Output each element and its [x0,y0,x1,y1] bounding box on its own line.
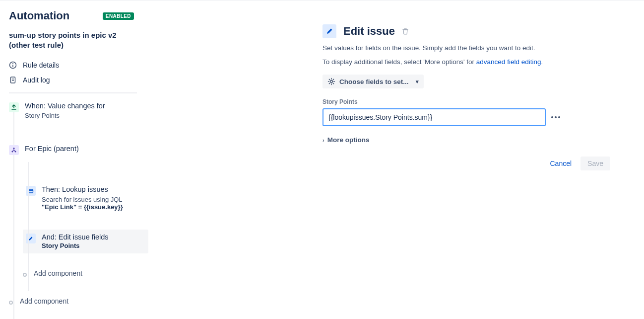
story-points-label: Story Points [322,98,610,105]
add-component-inner[interactable]: Add component [23,269,148,277]
svg-rect-10 [29,189,33,193]
rule-details-label: Rule details [23,61,59,69]
edit-issue-icon [322,24,336,38]
branch-title: For Epic (parent) [25,144,148,154]
svg-rect-2 [12,65,13,67]
add-component-outer[interactable]: Add component [9,297,148,305]
lookup-icon [26,186,36,196]
svg-rect-3 [11,77,15,83]
main-panel: Edit issue Set values for fields on the … [149,0,644,319]
divider [9,92,137,93]
svg-point-14 [555,116,557,118]
trigger-sub: Story Points [25,112,148,119]
trash-icon [402,28,409,35]
delete-action-button[interactable] [402,28,409,35]
chevron-down-icon: ▾ [416,79,419,85]
add-dot-icon [23,273,27,277]
lookup-sub: Search for issues using JQL [42,196,146,203]
info-icon [9,61,17,69]
svg-point-1 [12,63,13,64]
rule-details-link[interactable]: Rule details [9,58,148,73]
svg-point-7 [13,148,14,149]
edit-field: Story Points [42,242,146,249]
advanced-field-editing-link[interactable]: advanced field editing [476,58,541,66]
trigger-icon [9,102,19,112]
panel-description-2: To display additional fields, select 'Mo… [322,57,610,67]
page-title: Automation [9,9,69,22]
audit-log-label: Audit log [23,76,50,84]
edit-title: And: Edit issue fields [42,233,146,242]
choose-fields-label: Choose fields to set... [339,78,409,85]
trigger-node[interactable]: When: Value changes for Story Points [9,100,148,126]
edit-icon [26,234,36,243]
trigger-title: When: Value changes for [25,101,148,111]
audit-log-link[interactable]: Audit log [9,73,148,87]
document-icon [9,76,17,84]
more-options-toggle[interactable]: › More options [322,136,610,144]
edit-issue-node[interactable]: And: Edit issue fields Story Points [23,230,148,254]
field-more-button[interactable] [551,116,561,119]
gear-icon [327,78,335,85]
svg-point-13 [551,116,553,118]
cancel-button[interactable]: Cancel [545,157,577,170]
svg-point-12 [330,80,333,83]
story-points-input[interactable] [322,108,546,126]
panel-title: Edit issue [343,25,395,38]
lookup-title: Then: Lookup issues [42,185,146,195]
branch-icon [9,145,19,155]
save-button[interactable]: Save [580,157,610,170]
rule-tree: When: Value changes for Story Points For… [9,100,148,306]
more-horizontal-icon [551,116,561,119]
svg-point-15 [558,116,560,118]
more-options-label: More options [327,136,370,144]
add-component-outer-label: Add component [20,297,68,305]
add-dot-icon [9,301,13,305]
left-sidebar: Automation ENABLED sum-up story points i… [0,0,149,319]
branch-node[interactable]: For Epic (parent) [9,142,148,162]
status-badge: ENABLED [103,12,134,20]
add-component-inner-label: Add component [34,269,82,277]
rule-name: sum-up story points in epic v2 (other te… [9,30,138,51]
lookup-jql: "Epic Link" = {{issue.key}} [42,203,146,211]
chevron-right-icon: › [322,137,324,143]
panel-description-1: Set values for fields on the issue. Simp… [322,43,610,53]
lookup-issues-node[interactable]: Then: Lookup issues Search for issues us… [23,182,148,215]
choose-fields-dropdown[interactable]: Choose fields to set... ▾ [322,75,424,88]
